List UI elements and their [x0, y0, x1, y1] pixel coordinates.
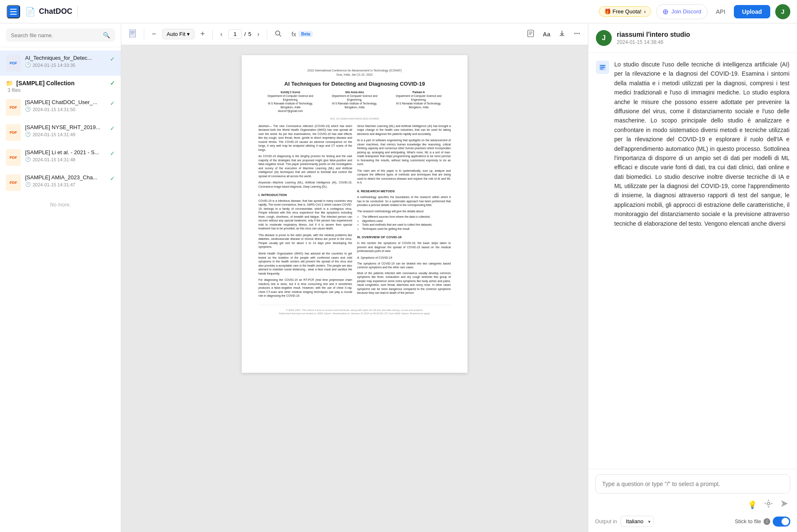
author-3: Parkavi A Department of Computer Science…: [396, 90, 442, 113]
svg-rect-19: [600, 69, 603, 69]
settings-button[interactable]: [763, 498, 774, 512]
search-pdf-button[interactable]: [272, 28, 284, 41]
section3-intro: In this section the symptoms of COVID-19…: [357, 241, 451, 253]
page-sep: /: [244, 31, 246, 37]
abstract-p2: As COVID-19 diagnosing is the lengthy pr…: [258, 154, 352, 178]
check-icon: ✓: [110, 100, 115, 107]
font-button[interactable]: Aa: [540, 28, 553, 40]
free-quota-button[interactable]: 🎁 Free Quota! ›: [599, 6, 651, 17]
quota-arrow: ›: [644, 8, 646, 15]
formula-button[interactable]: fx Beta: [287, 28, 317, 40]
stick-toggle-switch[interactable]: [773, 517, 790, 527]
file-icon-pdf: PDF: [6, 55, 21, 71]
svg-rect-0: [10, 9, 17, 10]
stick-label: Stick to file: [735, 518, 761, 524]
download-button[interactable]: [556, 28, 568, 41]
svg-rect-1: [10, 11, 17, 12]
send-button[interactable]: [779, 498, 790, 512]
bookmarks-button[interactable]: [524, 27, 537, 41]
file-info: [SAMPLE] AMIA_2023_Cha... 🕐 2024-01-15 1…: [25, 174, 106, 187]
file-icon-pdf: PDF: [6, 124, 21, 141]
pdf-footer: © IEEE 2022. This article is free to acc…: [258, 305, 451, 316]
app-logo-icon: 📄: [25, 7, 36, 17]
sidebar-item-amia-2023[interactable]: PDF [SAMPLE] AMIA_2023_Cha... 🕐 2024-01-…: [0, 170, 121, 195]
beta-badge: Beta: [299, 31, 313, 37]
check-icon: ✓: [110, 125, 115, 132]
col-left: Abstract— The new Coronavirus infection …: [258, 124, 352, 298]
zoom-in-button[interactable]: +: [198, 27, 207, 41]
keywords: Keywords—Machine Learning (ML), Artifici…: [258, 181, 352, 188]
sidebar: 🔍 PDF AI_Techniques_for_Detec... 🕐 2024-…: [0, 23, 121, 532]
svg-rect-4: [130, 31, 135, 32]
section3-text: Most of the patients infected with coron…: [357, 271, 451, 295]
sidebar-item-chatdoc-user[interactable]: PDF [SAMPLE] ChatDOC_User_... 🕐 2024-01-…: [0, 95, 121, 120]
toolbar-sep: [212, 29, 213, 39]
search-icon: 🔍: [103, 32, 110, 38]
section2-text: A methodology specifies the boundaries o…: [357, 195, 451, 207]
menu-icon[interactable]: [7, 5, 20, 18]
avatar[interactable]: J: [775, 4, 790, 19]
info-icon[interactable]: i: [764, 518, 770, 525]
check-icon: ✓: [110, 175, 115, 182]
section1-p2: This disease is prone to the older peopl…: [258, 233, 352, 249]
svg-rect-18: [600, 67, 605, 68]
join-discord-button[interactable]: ⊕ Join Discord: [656, 4, 708, 19]
clock-icon: 🕐: [25, 62, 31, 68]
pdf-icon-button[interactable]: [126, 27, 139, 42]
file-info: [SAMPLE] Li et al. - 2021 - S... 🕐 2024-…: [25, 149, 106, 162]
page-nav: / 5: [228, 29, 251, 39]
chat-input[interactable]: [602, 481, 783, 487]
pdf-page: 2022 International Conference for Advanc…: [242, 55, 467, 373]
col-right-intro: Since Machine Learning (ML) and Artifici…: [357, 124, 451, 136]
next-page-button[interactable]: ›: [255, 28, 262, 41]
file-info: [SAMPLE] ChatDOC_User_... 🕐 2024-01-15 1…: [25, 99, 106, 112]
language-select-wrap[interactable]: Italiano: [621, 516, 654, 527]
svg-rect-12: [529, 34, 531, 35]
chat-input-box[interactable]: [595, 474, 790, 494]
chat-messages: Lo studio discute l'uso delle tecniche d…: [588, 53, 797, 469]
discord-label: Join Discord: [671, 8, 701, 15]
zoom-select[interactable]: Auto Fit ▾: [162, 29, 195, 39]
clock-icon: 🕐: [25, 157, 31, 162]
file-date: 🕐 2024-01-15 14:31:50: [25, 107, 106, 112]
sidebar-item-ai-techniques[interactable]: PDF AI_Techniques_for_Detec... 🕐 2024-01…: [0, 51, 121, 76]
ai-message-text: Lo studio discute l'uso delle tecniche d…: [614, 60, 789, 228]
page-total: 5: [248, 31, 251, 37]
pdf-page-wrapper: 2022 International Conference for Advanc…: [242, 55, 467, 373]
sidebar-item-nyse-rht[interactable]: PDF [SAMPLE] NYSE_RHT_2019... 🕐 2024-01-…: [0, 120, 121, 145]
chat-title: riassumi l'intero studio: [617, 31, 789, 38]
chat-output-row: Output in Italiano Stick to file i: [595, 516, 790, 527]
discord-icon: ⊕: [662, 7, 669, 16]
paper-title: AI Techniques for Detecting and Diagnosi…: [258, 80, 451, 88]
sidebar-item-li-et-al[interactable]: PDF [SAMPLE] Li et al. - 2021 - S... 🕐 2…: [0, 145, 121, 170]
search-input[interactable]: [11, 32, 100, 38]
author-1: Kshitij C Kurne Department of Computer S…: [268, 90, 313, 113]
section1-text: COVID-19 is a infectious disease, that h…: [258, 199, 352, 231]
svg-rect-2: [10, 14, 17, 15]
svg-rect-10: [529, 32, 532, 32]
api-link[interactable]: API: [713, 8, 729, 15]
svg-point-14: [577, 33, 578, 34]
file-icon-pdf: PDF: [6, 174, 21, 191]
more-options-button[interactable]: [571, 28, 583, 41]
upload-button[interactable]: Upload: [734, 5, 770, 18]
pdf-content-area[interactable]: 2022 International Conference for Advanc…: [121, 45, 588, 532]
toolbar-sep: [267, 29, 267, 39]
no-more-files: No more.: [0, 195, 121, 214]
sidebar-search-area: 🔍: [0, 23, 121, 47]
svg-rect-6: [130, 33, 133, 34]
prev-page-button[interactable]: ‹: [218, 28, 225, 41]
svg-point-13: [575, 33, 576, 34]
clock-icon: 🕐: [25, 107, 31, 112]
collection-header[interactable]: 📁 [SAMPLE] Collection ✓: [6, 80, 115, 87]
chat-input-area: 💡 Output in Italiano Stick to file i: [588, 469, 797, 532]
search-box[interactable]: 🔍: [6, 28, 115, 42]
section2-title: II. Research Metods: [357, 189, 451, 193]
zoom-out-button[interactable]: −: [149, 27, 159, 41]
language-select[interactable]: Italiano: [621, 516, 654, 527]
page-input[interactable]: [228, 29, 242, 39]
lightbulb-button[interactable]: 💡: [746, 499, 759, 511]
list-item: Tools and methods that are used to colle…: [362, 223, 451, 227]
file-name: [SAMPLE] AMIA_2023_Cha...: [25, 174, 106, 181]
list-item: Techniques used for getting the result.: [362, 227, 451, 231]
